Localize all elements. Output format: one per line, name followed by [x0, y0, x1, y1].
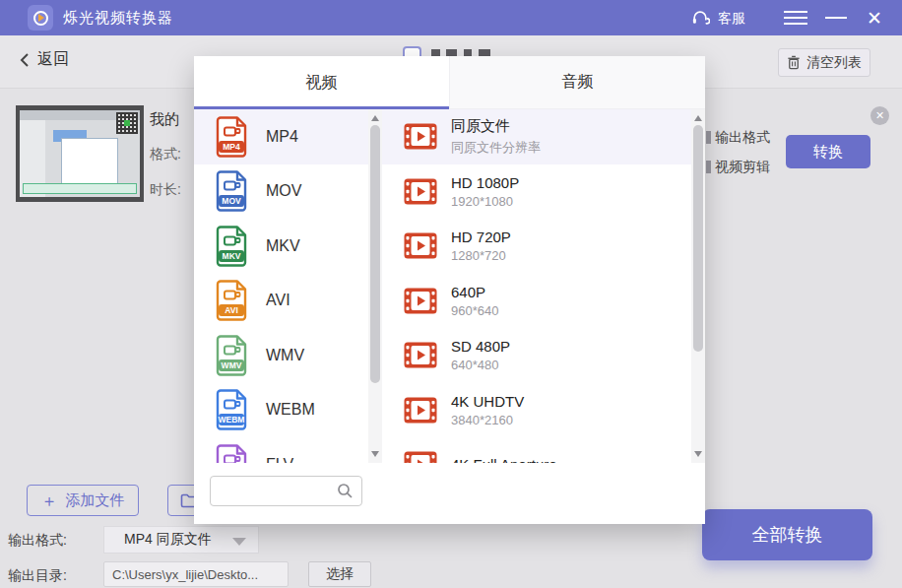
format-item-webm[interactable]: WEBM WEBM: [194, 383, 384, 438]
minimize-button[interactable]: [819, 0, 853, 35]
resolution-detail: 640*480: [451, 358, 510, 372]
resolution-film-icon: [404, 397, 437, 424]
resolution-name: 同原文件: [451, 117, 541, 136]
scroll-up-icon[interactable]: [371, 115, 379, 121]
resolution-list-scrollbar[interactable]: [691, 109, 705, 463]
resolution-film-icon: [404, 288, 437, 314]
output-format-label: 输出格式:: [8, 532, 67, 550]
resolution-item[interactable]: 同原文件 同原文件分辨率: [384, 109, 705, 164]
headset-icon: [690, 8, 710, 32]
popup-tabs: 视频 音频: [194, 56, 705, 109]
cut-text-fragment: [431, 49, 440, 56]
file-format-icon: MP4: [215, 115, 250, 159]
format-label: MP4: [266, 128, 298, 146]
format-label: AVI: [266, 292, 290, 309]
video-edit-link[interactable]: 视频剪辑: [715, 159, 770, 176]
cut-text-fragment: [479, 49, 490, 56]
trash-icon: [787, 55, 801, 70]
add-file-button[interactable]: ＋ 添加文件: [27, 485, 139, 516]
format-label: MOV: [266, 182, 301, 200]
format-item-avi[interactable]: AVI AVI: [194, 274, 384, 329]
file-format-icon: MKV: [215, 225, 250, 268]
format-item-mkv[interactable]: MKV MKV: [194, 219, 384, 274]
format-list: MP4 MP4 MOV MOV MKV MKV AVI AVI WMV WMV …: [194, 109, 384, 463]
plus-icon: ＋: [41, 492, 58, 509]
file-format-label: 格式:: [150, 146, 181, 163]
resolution-item[interactable]: HD 720P 1280*720: [384, 219, 705, 274]
titlebar: 烁光视频转换器 客服 ✕: [0, 0, 902, 35]
format-label: MKV: [266, 237, 300, 255]
resolution-detail: 3840*2160: [451, 413, 524, 427]
add-file-label: 添加文件: [66, 491, 125, 510]
scroll-down-icon[interactable]: [371, 451, 379, 457]
menu-button[interactable]: [778, 0, 813, 35]
video-thumbnail[interactable]: [16, 105, 144, 202]
file-format-icon: WEBM: [215, 388, 250, 431]
window-close-button[interactable]: ✕: [857, 0, 892, 35]
svg-text:AVI: AVI: [225, 306, 238, 316]
format-label: WMV: [266, 347, 304, 364]
output-format-select[interactable]: MP4 同原文件: [103, 526, 259, 554]
scrollbar-thumb[interactable]: [370, 125, 380, 383]
file-format-icon: MOV: [215, 169, 250, 213]
cut-icon-fragment: [706, 161, 711, 173]
cut-text-fragment: [464, 49, 472, 56]
tab-video[interactable]: 视频: [194, 56, 449, 109]
choose-dir-button[interactable]: 选择: [308, 561, 371, 587]
popup-search-bar: [194, 463, 705, 524]
resolution-film-icon: [404, 451, 437, 463]
support-button[interactable]: 客服: [718, 10, 745, 28]
resolution-item[interactable]: 640P 960*640: [384, 274, 705, 329]
resolution-detail: 960*640: [451, 303, 498, 318]
resolution-item[interactable]: 4K Full Aperture: [384, 437, 705, 463]
output-format-value: MP4 同原文件: [124, 531, 212, 549]
convert-all-button[interactable]: 全部转换: [702, 509, 872, 560]
convert-button[interactable]: 转换: [786, 135, 870, 168]
cut-text-fragment: [446, 49, 457, 56]
file-duration-label: 时长:: [150, 181, 181, 199]
resolution-film-icon: [404, 232, 437, 259]
scroll-down-icon[interactable]: [694, 451, 702, 457]
file-format-icon: FLV: [215, 443, 250, 463]
qr-code: [116, 112, 138, 134]
scrollbar-thumb[interactable]: [693, 125, 703, 352]
back-button[interactable]: 返回: [20, 49, 69, 70]
resolution-film-icon: [404, 178, 437, 205]
cut-icon-fragment: [706, 131, 711, 144]
svg-text:MP4: MP4: [223, 142, 240, 152]
caret-down-icon: [232, 538, 246, 546]
scroll-up-icon[interactable]: [694, 115, 702, 121]
app-title: 烁光视频转换器: [63, 9, 173, 28]
file-name: 我的: [150, 110, 195, 129]
format-item-mp4[interactable]: MP4 MP4: [194, 109, 384, 164]
format-item-flv[interactable]: FLV FLV: [194, 437, 384, 463]
format-list-scrollbar[interactable]: [368, 109, 382, 463]
format-label: WEBM: [266, 401, 315, 419]
resolution-item[interactable]: HD 1080P 1920*1080: [384, 164, 705, 220]
resolution-detail: 1920*1080: [451, 194, 519, 209]
output-format-link[interactable]: 输出格式: [715, 129, 770, 147]
resolution-list: 同原文件 同原文件分辨率 HD 1080P 1920*1080: [384, 109, 705, 463]
file-format-icon: AVI: [215, 279, 250, 322]
remove-file-button[interactable]: ✕: [870, 106, 889, 125]
app-window: 烁光视频转换器 客服 ✕ 返回: [0, 0, 902, 588]
back-label: 返回: [37, 49, 69, 70]
output-dir-field[interactable]: C:\Users\yx_lijie\Deskto...: [103, 561, 289, 587]
output-dir-label: 输出目录:: [8, 567, 67, 585]
format-label: FLV: [266, 456, 293, 463]
format-item-wmv[interactable]: WMV WMV: [194, 328, 384, 383]
clear-list-button[interactable]: 清空列表: [778, 48, 870, 77]
resolution-film-icon: [404, 123, 437, 150]
svg-text:WMV: WMV: [222, 360, 242, 370]
resolution-name: 640P: [451, 284, 498, 300]
app-logo-icon: [28, 5, 53, 31]
format-item-mov[interactable]: MOV MOV: [194, 164, 384, 220]
format-popup: 视频 音频 MP4 MP4 MOV MOV MKV MKV AVI AVI: [194, 56, 705, 524]
resolution-item[interactable]: SD 480P 640*480: [384, 328, 705, 383]
svg-text:WEBM: WEBM: [219, 416, 245, 425]
resolution-item[interactable]: 4K UHDTV 3840*2160: [384, 383, 705, 438]
resolution-name: 4K UHDTV: [451, 393, 524, 410]
svg-text:MOV: MOV: [222, 197, 241, 207]
resolution-detail: 同原文件分辨率: [451, 139, 541, 157]
tab-audio[interactable]: 音频: [449, 56, 705, 109]
